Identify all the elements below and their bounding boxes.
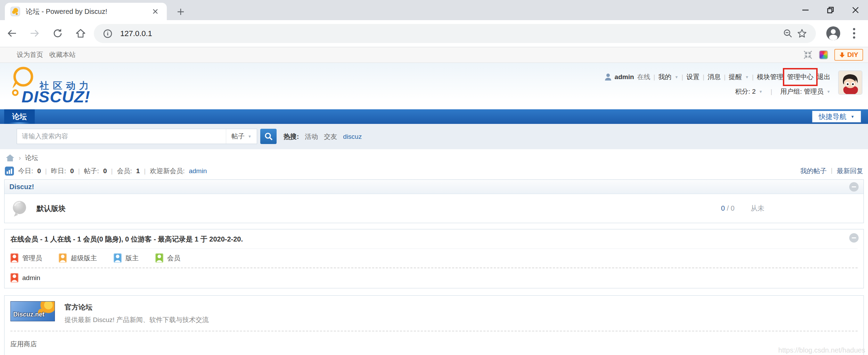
online-member-row: admin bbox=[10, 268, 858, 288]
address-bar[interactable]: 127.0.0.1 bbox=[94, 24, 816, 43]
user-stats-row: 积分: 2 ▼ | 用户组: 管理员 ▼ bbox=[605, 86, 830, 98]
forum-counts: 0 / 0 bbox=[721, 204, 735, 212]
main-navbar: 论坛 快捷导航 ▼ bbox=[0, 109, 868, 124]
hot-link-discuz[interactable]: discuz bbox=[343, 133, 362, 141]
window-minimize-icon[interactable] bbox=[793, 0, 818, 20]
hot-link-activity[interactable]: 活动 bbox=[305, 132, 318, 141]
bookmark-star-icon[interactable] bbox=[795, 27, 809, 41]
newest-member-link[interactable]: admin bbox=[189, 167, 207, 175]
collapse-layout-icon[interactable] bbox=[803, 50, 813, 60]
chevron-down-icon[interactable]: ▼ bbox=[759, 90, 763, 94]
usergroup-legend: 管理员 超级版主 版主 会员 bbox=[10, 249, 858, 268]
favicon-discuz-icon bbox=[10, 7, 20, 16]
menu-logout[interactable]: 退出 bbox=[817, 73, 830, 82]
hot-link-friends[interactable]: 交友 bbox=[324, 132, 337, 141]
chevron-down-icon[interactable]: ▼ bbox=[745, 75, 749, 79]
quick-nav-button[interactable]: 快捷导航 ▼ bbox=[812, 111, 861, 122]
tab-title: 论坛 - Powered by Discuz! bbox=[26, 7, 149, 16]
forum-name-link[interactable]: 默认版块 bbox=[36, 204, 66, 213]
stat-members-value: 1 bbox=[136, 167, 140, 175]
forum-bubble-icon[interactable] bbox=[11, 200, 27, 217]
stat-welcome-label: 欢迎新会员: bbox=[150, 167, 185, 176]
url-text[interactable]: 127.0.0.1 bbox=[120, 29, 781, 38]
search-input[interactable] bbox=[17, 129, 226, 144]
legend-super-moderator: 超级版主 bbox=[59, 253, 97, 263]
breadcrumb: › 论坛 bbox=[6, 152, 862, 163]
username-link[interactable]: admin bbox=[615, 73, 634, 81]
latest-reply-link[interactable]: 最新回复 bbox=[837, 167, 863, 176]
online-summary: 在线会员 - 1 人在线 - 1 会员(0 隐身), 0 位游客 - 最高记录是… bbox=[10, 229, 858, 249]
moderator-group-icon bbox=[114, 253, 122, 263]
nav-tab-forum[interactable]: 论坛 bbox=[4, 109, 35, 124]
promo-box: Discuz.net 官方论坛 提供最新 Discuz! 产品新闻、软件下载与技… bbox=[4, 295, 864, 355]
usergroup-dropdown[interactable]: 用户组: 管理员 bbox=[780, 87, 824, 96]
window-restore-icon[interactable] bbox=[818, 0, 843, 20]
breadcrumb-forum[interactable]: 论坛 bbox=[25, 153, 38, 162]
app-store-link[interactable]: 应用商店 bbox=[10, 331, 858, 355]
legend-member: 会员 bbox=[155, 253, 180, 263]
menu-settings[interactable]: 设置 bbox=[686, 73, 699, 82]
browser-menu-icon[interactable] bbox=[847, 26, 861, 40]
browser-tab[interactable]: 论坛 - Powered by Discuz! bbox=[5, 3, 167, 20]
new-tab-button[interactable] bbox=[173, 4, 188, 19]
stats-bar: 今日: 0 | 昨日: 0 | 帖子: 0 | 会员: 1 | 欢迎新会员: a… bbox=[5, 165, 863, 177]
forum-topics-count: 0 bbox=[721, 204, 725, 212]
browser-profile-icon[interactable] bbox=[826, 26, 841, 41]
official-forum-title[interactable]: 官方论坛 bbox=[65, 301, 209, 312]
diy-down-arrow-icon bbox=[839, 52, 845, 58]
reload-icon[interactable] bbox=[51, 26, 65, 40]
category-header: Discuz! bbox=[5, 180, 863, 194]
breadcrumb-home-icon[interactable] bbox=[6, 154, 15, 162]
stat-yesterday-label: 昨日: bbox=[51, 167, 66, 176]
home-icon[interactable] bbox=[74, 26, 88, 40]
credits-dropdown[interactable]: 积分: 2 bbox=[735, 87, 756, 96]
legend-admin: 管理员 bbox=[10, 253, 42, 263]
set-homepage-link[interactable]: 设为首页 bbox=[17, 50, 43, 59]
forward-icon[interactable] bbox=[28, 26, 42, 40]
legend-moderator: 版主 bbox=[114, 253, 139, 263]
forum-row: 默认版块 0 / 0 从未 bbox=[5, 194, 863, 223]
user-icon bbox=[605, 73, 612, 81]
page-info-icon[interactable] bbox=[101, 27, 115, 41]
page-content: › 论坛 今日: 0 | 昨日: 0 | 帖子: 0 | 会员: 1 | 欢迎新… bbox=[0, 149, 868, 355]
search-type-dropdown[interactable]: 帖子 ▼ bbox=[226, 129, 257, 144]
window-controls bbox=[793, 0, 868, 20]
menu-messages[interactable]: 消息 bbox=[707, 73, 721, 82]
online-member-link[interactable]: admin bbox=[22, 274, 40, 282]
discuz-logo[interactable]: 社区动力 DISCUZ! bbox=[8, 66, 126, 107]
menu-module-admin[interactable]: 模块管理 bbox=[757, 73, 783, 82]
chevron-down-icon[interactable]: ▼ bbox=[827, 90, 830, 94]
hot-search-label: 热搜: bbox=[284, 132, 299, 141]
stat-today-label: 今日: bbox=[18, 167, 33, 176]
forum-posts-count: 0 bbox=[731, 204, 735, 212]
official-forum-row: Discuz.net 官方论坛 提供最新 Discuz! 产品新闻、软件下载与技… bbox=[10, 301, 858, 324]
search-button[interactable] bbox=[260, 129, 277, 144]
user-info: admin 在线 | 我的 ▼ | 设置 | 消息 | 提醒 ▼ | 模块管理 … bbox=[605, 71, 830, 98]
menu-admin-center-highlighted[interactable]: 管理中心 bbox=[786, 73, 814, 82]
stats-chart-icon bbox=[5, 167, 14, 176]
my-posts-link[interactable]: 我的帖子 bbox=[800, 167, 827, 176]
menu-my[interactable]: 我的 bbox=[658, 73, 671, 82]
stat-today-value: 0 bbox=[37, 167, 41, 175]
diy-button[interactable]: DIY bbox=[834, 49, 863, 61]
stat-posts-value: 0 bbox=[103, 167, 107, 175]
collapse-online-icon[interactable] bbox=[849, 233, 859, 243]
site-header: 社区动力 DISCUZ! admin 在线 | 我的 ▼ | 设置 | 消息 |… bbox=[0, 63, 868, 109]
browser-tab-bar: 论坛 - Powered by Discuz! bbox=[0, 0, 868, 20]
stat-posts-label: 帖子: bbox=[84, 167, 99, 176]
search-icon bbox=[264, 132, 273, 141]
collapse-category-icon[interactable] bbox=[849, 182, 859, 192]
window-close-icon[interactable] bbox=[843, 0, 868, 20]
theme-palette-icon[interactable] bbox=[819, 50, 828, 59]
logo-brand: DISCUZ! bbox=[22, 87, 90, 106]
zoom-indicator-icon[interactable] bbox=[781, 27, 795, 41]
bookmark-site-link[interactable]: 收藏本站 bbox=[49, 50, 76, 59]
discuz-net-logo[interactable]: Discuz.net bbox=[10, 301, 55, 321]
chevron-down-icon[interactable]: ▼ bbox=[674, 75, 678, 79]
avatar[interactable] bbox=[838, 70, 862, 95]
category-title[interactable]: Discuz! bbox=[9, 183, 34, 191]
chevron-down-icon: ▼ bbox=[248, 134, 252, 138]
back-icon[interactable] bbox=[5, 26, 19, 40]
menu-reminders[interactable]: 提醒 bbox=[729, 73, 742, 82]
tab-close-icon[interactable] bbox=[149, 6, 161, 17]
